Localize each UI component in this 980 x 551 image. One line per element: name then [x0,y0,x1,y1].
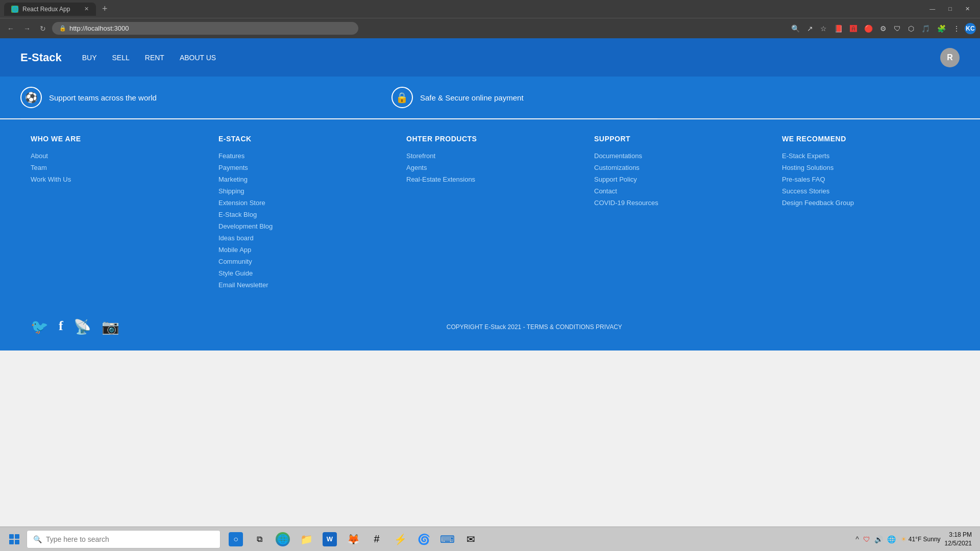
footer-link-dev-blog[interactable]: Development Blog [218,222,386,230]
footer-link-covid[interactable]: COVID-19 Resources [594,199,762,207]
address-bar[interactable]: 🔒 http://localhost:3000 [52,22,358,35]
taskbar-app-vscode-ext[interactable]: ⚡ [389,528,411,550]
minimize-button[interactable]: — [923,5,941,13]
feature-support: ⚽ Support teams across the world [20,87,157,108]
refresh-button[interactable]: ↻ [37,22,49,35]
footer-link-presales[interactable]: Pre-sales FAQ [782,176,949,183]
facebook-icon[interactable]: f [59,318,63,335]
footer-link-hosting[interactable]: Hosting Solutions [782,164,949,171]
back-button[interactable]: ← [4,22,17,35]
tray-icon-1[interactable]: ^ [854,534,860,544]
svg-rect-3 [15,540,19,544]
copyright-text: COPYRIGHT E-Stack 2021 - TERMS & CONDITI… [119,323,949,331]
browser-tab[interactable]: 🌐 React Redux App ✕ [4,3,96,16]
nav-buy[interactable]: BUY [82,54,97,62]
footer-link-design-feedback[interactable]: Design Feedback Group [782,199,949,207]
footer-link-features[interactable]: Features [218,152,386,160]
start-button[interactable] [4,529,24,549]
taskbar-app-edge[interactable]: 🌀 [412,528,435,550]
footer-link-contact[interactable]: Contact [594,187,762,195]
footer-link-agents[interactable]: Agents [406,164,574,171]
maximize-button[interactable]: □ [942,5,958,13]
close-button[interactable]: ✕ [959,5,976,13]
footer-link-success-stories[interactable]: Success Stories [782,187,949,195]
user-profile-icon[interactable]: KC [965,23,976,34]
extension-icon-2[interactable]: 🅰 [847,23,860,34]
taskbar-app-firefox[interactable]: 🦊 [342,528,364,550]
extension-icon-4[interactable]: ⚙ [877,23,889,34]
nav-about[interactable]: ABOUT US [180,54,216,62]
tab-close-button[interactable]: ✕ [84,6,89,12]
forward-button[interactable]: → [20,22,34,35]
footer-link-payments[interactable]: Payments [218,164,386,171]
website-content: E-Stack BUY SELL RENT ABOUT US R ⚽ Suppo… [0,38,980,350]
nav-rent[interactable]: RENT [145,54,164,62]
extension-icon-7[interactable]: 🎵 [919,23,933,34]
footer-col-estack: E-STACK Features Payments Marketing Ship… [218,135,386,293]
system-tray-icons: ^ 🛡 🔊 🌐 [854,534,897,544]
site-logo[interactable]: E-Stack [20,51,62,64]
nav-sell[interactable]: SELL [112,54,130,62]
share-icon[interactable]: ↗ [804,23,816,34]
footer-link-about[interactable]: About [31,152,198,160]
extension-icon-6[interactable]: ⬡ [905,23,917,34]
footer-link-style-guide[interactable]: Style Guide [218,269,386,277]
bookmark-icon[interactable]: ☆ [818,23,829,34]
volume-icon[interactable]: 🔊 [873,534,884,544]
footer-link-marketing[interactable]: Marketing [218,176,386,183]
footer-link-storefront[interactable]: Storefront [406,152,574,160]
svg-rect-0 [9,534,14,539]
user-avatar[interactable]: R [940,48,960,67]
footer-col-who-we-are: WHO WE ARE About Team Work With Us [31,135,198,293]
extension-icon-3[interactable]: 🔴 [862,23,875,34]
system-clock[interactable]: 3:18 PM 12/5/2021 [945,531,972,548]
footer-link-extension-store[interactable]: Extension Store [218,199,386,207]
taskbar-app-cortana[interactable]: ○ [225,528,247,550]
antivirus-icon[interactable]: 🛡 [862,534,871,544]
footer-link-customizations[interactable]: Customizations [594,164,762,171]
footer-link-mobile-app[interactable]: Mobile App [218,246,386,254]
footer-link-email-newsletter[interactable]: Email Newsletter [218,281,386,289]
footer-link-shipping[interactable]: Shipping [218,187,386,195]
menu-button[interactable]: ⋮ [950,23,963,34]
footer-col-other-products: OHTER PRODUCTS Storefront Agents Real-Es… [406,135,574,293]
footer-link-documentations[interactable]: Documentations [594,152,762,160]
browser-tab-bar: 🌐 React Redux App ✕ + — □ ✕ [0,0,980,18]
rss-icon[interactable]: 📡 [74,318,91,335]
vscode-icon: ⌨ [440,532,454,546]
extensions-button[interactable]: 🧩 [935,23,948,34]
twitter-icon[interactable]: 🐦 [31,318,48,335]
footer-link-estack-experts[interactable]: E-Stack Experts [782,152,949,160]
taskbar-app-mail[interactable]: ✉ [459,528,482,550]
footer-link-estack-blog[interactable]: E-Stack Blog [218,211,386,218]
cortana-icon: ○ [229,532,243,546]
new-tab-button[interactable]: + [98,3,112,15]
taskbar-search-icon: 🔍 [33,535,42,543]
taskbar-search-placeholder: Type here to search [46,535,109,543]
footer-link-real-estate[interactable]: Real-Estate Extensions [406,176,574,183]
extension-icon-1[interactable]: 📕 [831,23,845,34]
taskbar-app-files[interactable]: 📁 [295,528,317,550]
weather-icon: ☀ [901,536,906,543]
footer-link-community[interactable]: Community [218,258,386,265]
payment-label: Safe & Secure online payment [420,93,524,102]
taskbar-app-chrome[interactable]: 🌐 [272,528,294,550]
taskbar-app-vscode[interactable]: ⌨ [436,528,458,550]
taskbar-app-task-view[interactable]: ⧉ [248,528,271,550]
vscode-ext-icon: ⚡ [393,532,407,546]
svg-rect-1 [15,534,19,539]
chrome-icon: 🌐 [276,532,290,546]
tab-favicon: 🌐 [11,6,18,13]
browser-chrome: 🌐 React Redux App ✕ + — □ ✕ ← → ↻ 🔒 http… [0,0,980,38]
footer-link-team[interactable]: Team [31,164,198,171]
instagram-icon[interactable]: 📷 [102,318,119,335]
search-icon[interactable]: 🔍 [789,23,802,34]
footer-link-work-with-us[interactable]: Work With Us [31,176,198,183]
extension-icon-5[interactable]: 🛡 [891,23,903,34]
taskbar-app-slack[interactable]: # [365,528,388,550]
taskbar-app-word[interactable]: W [318,528,341,550]
footer-link-ideas-board[interactable]: Ideas board [218,234,386,242]
taskbar-search-box[interactable]: 🔍 Type here to search [27,530,220,548]
network-icon[interactable]: 🌐 [886,534,897,544]
footer-link-support-policy[interactable]: Support Policy [594,176,762,183]
